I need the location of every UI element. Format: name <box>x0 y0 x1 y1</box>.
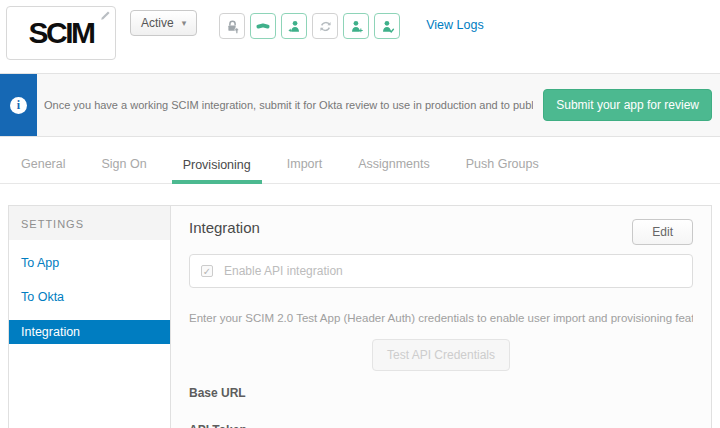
sidebar-item-integration[interactable]: Integration <box>9 320 170 344</box>
user-check-icon[interactable] <box>374 13 400 39</box>
enable-api-integration-label: Enable API integration <box>224 264 343 278</box>
sidebar-header: SETTINGS <box>9 206 170 240</box>
info-icon: i <box>10 97 27 114</box>
app-logo-text: SCIM <box>29 16 94 50</box>
api-token-label: API Token <box>189 423 693 428</box>
app-action-icons <box>219 13 400 39</box>
provisioning-panel: SETTINGS To App To Okta Integration Inte… <box>8 205 712 428</box>
tab-import[interactable]: Import <box>276 157 333 183</box>
page-title: Integration <box>189 219 260 236</box>
tab-push-groups[interactable]: Push Groups <box>455 157 550 183</box>
tab-sign-on[interactable]: Sign On <box>90 157 157 183</box>
test-api-credentials-button[interactable]: Test API Credentials <box>372 339 510 371</box>
user-assign-icon[interactable] <box>281 13 307 39</box>
lock-key-icon[interactable] <box>219 13 245 39</box>
integration-header: Integration Edit <box>189 219 693 245</box>
tab-assignments[interactable]: Assignments <box>347 157 441 183</box>
sidebar-item-to-app[interactable]: To App <box>9 252 170 274</box>
info-icon-block: i <box>0 74 37 136</box>
app-header: SCIM Active ▾ <box>0 0 720 66</box>
sidebar-item-to-okta[interactable]: To Okta <box>9 286 170 308</box>
app-tabs: General Sign On Provisioning Import Assi… <box>0 148 720 184</box>
okta-app-page: SCIM Active ▾ <box>0 0 720 428</box>
tab-provisioning[interactable]: Provisioning <box>172 158 262 184</box>
user-add-icon[interactable] <box>343 13 369 39</box>
view-logs-link[interactable]: View Logs <box>426 18 483 32</box>
app-logo: SCIM <box>6 6 116 60</box>
sync-icon[interactable] <box>312 13 338 39</box>
app-status-value: Active <box>141 16 174 30</box>
info-banner: i Once you have a working SCIM integrati… <box>0 73 720 137</box>
enable-api-integration-checkbox[interactable]: ✓ <box>201 265 213 277</box>
handshake-icon[interactable] <box>250 13 276 39</box>
integration-section: Integration Edit ✓ Enable API integratio… <box>171 206 711 428</box>
settings-sidebar: SETTINGS To App To Okta Integration <box>9 206 171 428</box>
edit-logo-pencil-icon[interactable] <box>99 9 112 22</box>
base-url-label: Base URL <box>189 386 693 400</box>
submit-app-review-button[interactable]: Submit your app for review <box>543 89 712 121</box>
app-status-dropdown[interactable]: Active ▾ <box>130 10 197 36</box>
enable-api-integration-row: ✓ Enable API integration <box>189 254 693 288</box>
banner-message: Once you have a working SCIM integration… <box>44 99 533 111</box>
edit-button[interactable]: Edit <box>632 219 693 245</box>
credentials-description: Enter your SCIM 2.0 Test App (Header Aut… <box>189 312 693 324</box>
chevron-down-icon: ▾ <box>182 18 187 28</box>
tab-general[interactable]: General <box>10 157 76 183</box>
